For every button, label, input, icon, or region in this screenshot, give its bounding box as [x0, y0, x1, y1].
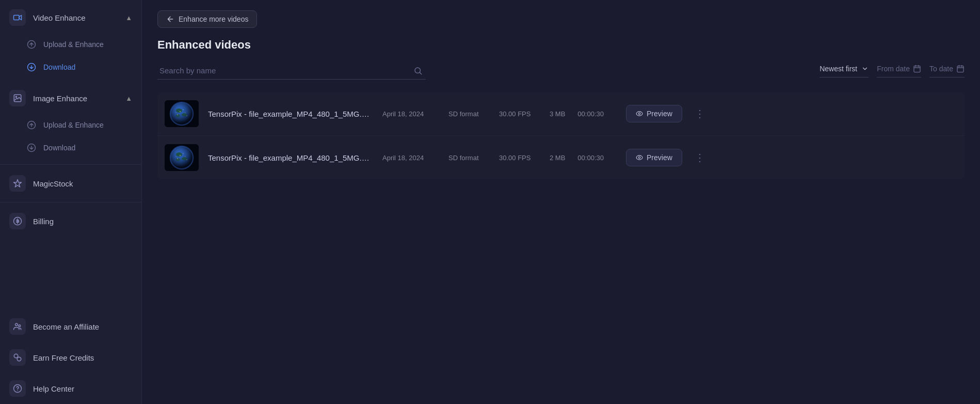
filters-row: Newest first From date To date: [157, 62, 965, 80]
back-arrow-icon: [166, 15, 174, 23]
video-size: 3 MB: [550, 110, 565, 118]
video-duration: 00:00:30: [577, 154, 604, 162]
svg-rect-0: [14, 15, 20, 20]
back-button[interactable]: Enhance more videos: [157, 10, 257, 28]
svg-point-10: [14, 354, 18, 358]
video-enhance-chevron: ▲: [125, 14, 132, 22]
sidebar-credits-label: Earn Free Credits: [33, 353, 94, 362]
upload-icon: [26, 39, 37, 50]
from-date-filter[interactable]: From date: [877, 65, 921, 77]
svg-point-37: [182, 157, 187, 160]
sidebar-section-video: Video Enhance ▲ Upload & Enhance Downloa…: [0, 0, 141, 81]
svg-point-23: [180, 111, 181, 112]
svg-point-28: [186, 115, 187, 116]
download-icon: [26, 61, 37, 73]
help-icon: [9, 380, 26, 397]
video-size: 2 MB: [550, 154, 565, 162]
sidebar-item-credits[interactable]: Earn Free Credits: [0, 342, 141, 373]
video-thumbnail: [165, 100, 199, 127]
svg-point-25: [185, 113, 186, 113]
sidebar-item-image-download[interactable]: Download: [0, 136, 141, 159]
svg-point-8: [15, 323, 18, 326]
preview-button[interactable]: Preview: [626, 149, 682, 166]
video-format: SD format: [448, 154, 490, 162]
svg-point-20: [176, 108, 182, 113]
sidebar-item-magicstock[interactable]: MagicStock: [0, 168, 141, 199]
svg-point-4: [15, 96, 17, 97]
sort-label: Newest first: [820, 65, 857, 73]
sidebar-item-affiliate[interactable]: Become an Affiliate: [0, 311, 141, 342]
credits-icon: [9, 349, 26, 366]
sidebar-item-billing[interactable]: Billing: [0, 206, 141, 237]
svg-point-48: [638, 157, 640, 159]
billing-icon: [9, 213, 26, 229]
back-button-label: Enhance more videos: [179, 15, 248, 23]
svg-point-43: [176, 157, 176, 157]
content-area: Enhanced videos Newest first: [142, 28, 980, 404]
video-format: SD format: [448, 110, 490, 118]
svg-point-47: [636, 156, 642, 160]
magicstock-icon: [9, 175, 26, 192]
to-date-label: To date: [929, 65, 953, 73]
svg-point-13: [18, 390, 18, 391]
sidebar-video-download-label: Download: [43, 63, 75, 71]
divider-1: [0, 164, 141, 165]
preview-label: Preview: [647, 153, 672, 162]
sort-chevron-icon: [861, 65, 869, 72]
sidebar-image-enhance-label: Image Enhance: [33, 94, 87, 103]
video-name: TensorPix - file_example_MP4_480_1_5MG.m…: [208, 110, 373, 118]
eye-icon: [636, 110, 643, 117]
more-options-button[interactable]: ⋮: [692, 105, 708, 122]
svg-point-24: [183, 109, 183, 110]
search-input[interactable]: [157, 62, 426, 80]
svg-point-32: [638, 113, 640, 115]
image-download-icon: [26, 142, 37, 153]
sidebar-affiliate-label: Become an Affiliate: [33, 322, 99, 331]
svg-point-41: [185, 157, 186, 157]
sidebar-item-video-enhance[interactable]: Video Enhance ▲: [0, 2, 141, 33]
video-name: TensorPix - file_example_MP4_480_1_5MG.m…: [208, 153, 373, 162]
sidebar-image-download-label: Download: [43, 144, 75, 152]
svg-point-9: [19, 325, 21, 327]
calendar-to-icon: [956, 65, 965, 73]
page-title: Enhanced videos: [157, 38, 965, 52]
sidebar-item-help[interactable]: Help Center: [0, 373, 141, 404]
sidebar: Video Enhance ▲ Upload & Enhance Downloa…: [0, 0, 142, 404]
sidebar-item-image-enhance[interactable]: Image Enhance ▲: [0, 83, 141, 114]
more-options-button[interactable]: ⋮: [692, 149, 708, 166]
table-row: TensorPix - file_example_MP4_480_1_5MG.m…: [157, 136, 965, 179]
sidebar-item-video-upload[interactable]: Upload & Enhance: [0, 33, 141, 56]
svg-point-27: [176, 113, 176, 113]
from-date-label: From date: [877, 65, 910, 73]
preview-button[interactable]: Preview: [626, 105, 682, 122]
sidebar-help-label: Help Center: [33, 384, 74, 393]
svg-point-42: [177, 158, 178, 159]
sidebar-section-image: Image Enhance ▲ Upload & Enhance Downloa…: [0, 81, 141, 161]
svg-point-21: [182, 113, 187, 116]
eye-icon: [636, 154, 643, 161]
to-date-filter[interactable]: To date: [929, 65, 965, 77]
top-bar: Enhance more videos: [142, 0, 980, 28]
video-list: TensorPix - file_example_MP4_480_1_5MG.m…: [157, 92, 965, 179]
sort-dropdown[interactable]: Newest first: [820, 65, 869, 77]
svg-rect-16: [957, 66, 963, 72]
preview-label: Preview: [647, 110, 672, 118]
svg-point-22: [176, 114, 180, 117]
video-duration: 00:00:30: [577, 110, 604, 118]
video-fps: 30.00 FPS: [499, 110, 540, 118]
sidebar-item-image-upload[interactable]: Upload & Enhance: [0, 114, 141, 136]
affiliate-icon: [9, 318, 26, 335]
table-row: TensorPix - file_example_MP4_480_1_5MG.m…: [157, 92, 965, 136]
search-wrap: [157, 62, 426, 80]
image-upload-icon: [26, 119, 37, 131]
image-enhance-icon: [9, 90, 26, 106]
sidebar-bottom-section: Become an Affiliate Earn Free Credits: [0, 311, 141, 404]
svg-point-36: [176, 152, 182, 157]
sidebar-image-upload-label: Upload & Enhance: [43, 121, 104, 129]
video-enhance-icon: [9, 9, 26, 26]
svg-point-11: [17, 357, 21, 361]
image-enhance-chevron: ▲: [125, 95, 132, 102]
sidebar-billing-label: Billing: [33, 217, 54, 226]
sidebar-item-video-download[interactable]: Download: [0, 56, 141, 79]
svg-point-44: [186, 159, 187, 160]
